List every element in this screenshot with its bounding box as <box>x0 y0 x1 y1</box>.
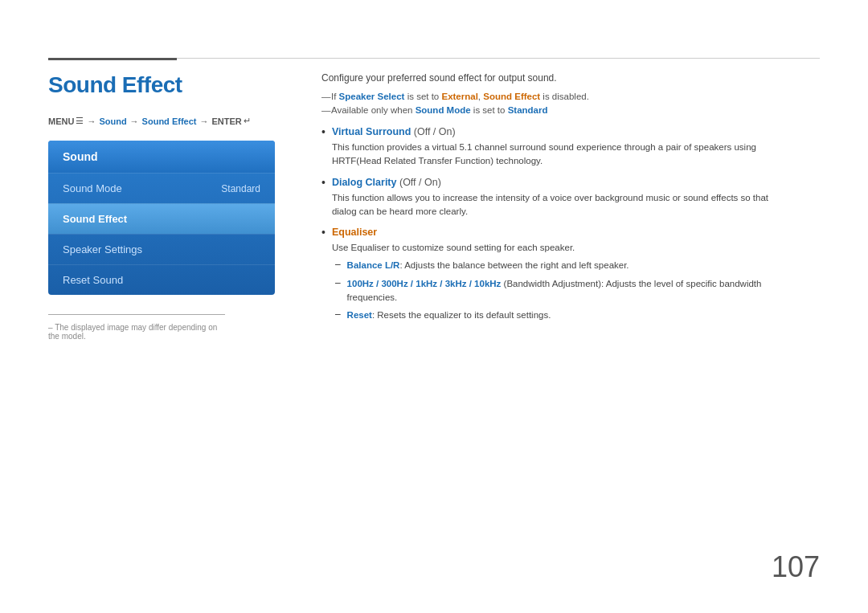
menu-item-speaker-settings-label: Speaker Settings <box>63 243 142 255</box>
sub-text-3: Reset: Resets the equalizer to its defau… <box>347 309 551 322</box>
sub-text-2: 100Hz / 300Hz / 1kHz / 3kHz / 10kHz (Ban… <box>347 277 797 305</box>
menu-panel: Sound Sound Mode Standard Sound Effect S… <box>48 141 275 295</box>
bullet-dot-2: • <box>321 176 326 189</box>
bullet-content-1: Virtual Surround (Off / On) This functio… <box>332 126 820 169</box>
bullet-title-1: Virtual Surround (Off / On) <box>332 126 820 137</box>
balance-term: Balance L/R <box>347 260 400 270</box>
menu-item-speaker-settings[interactable]: Speaker Settings <box>48 234 275 264</box>
bullet-dot-3: • <box>321 226 326 239</box>
left-column: Sound Effect MENU ☰ → Sound → Sound Effe… <box>48 72 289 341</box>
virtual-surround-paren: (Off / On) <box>414 126 456 137</box>
menu-item-reset-sound[interactable]: Reset Sound <box>48 264 275 295</box>
footnote-area: – The displayed image may differ dependi… <box>48 314 225 341</box>
sub-dash-1: – <box>335 259 341 270</box>
bullet-equaliser: • Equaliser Use Equaliser to customize s… <box>321 227 820 322</box>
breadcrumb-enter-icon: ↵ <box>244 116 251 126</box>
breadcrumb: MENU ☰ → Sound → Sound Effect → ENTER ↵ <box>48 116 289 126</box>
bullet-title-2: Dialog Clarity (Off / On) <box>332 177 820 188</box>
page-container: Sound Effect MENU ☰ → Sound → Sound Effe… <box>0 0 868 613</box>
bullet-desc-3: Use Equaliser to customize sound setting… <box>332 241 782 255</box>
sub-bullet-reset: – Reset: Resets the equalizer to its def… <box>332 309 820 322</box>
right-column: Configure your preferred sound effect fo… <box>321 72 820 341</box>
reset-term: Reset <box>347 310 372 320</box>
left-accent <box>48 58 177 60</box>
dialog-clarity-term: Dialog Clarity <box>332 177 397 188</box>
menu-item-reset-sound-label: Reset Sound <box>63 274 123 286</box>
sound-effect-term: Sound Effect <box>483 92 540 101</box>
bullet-dot-1: • <box>321 125 326 138</box>
bullet-virtual-surround: • Virtual Surround (Off / On) This funct… <box>321 126 820 169</box>
breadcrumb-arrow3: → <box>199 116 208 126</box>
bullet-content-2: Dialog Clarity (Off / On) This function … <box>332 177 820 219</box>
menu-panel-title: Sound <box>48 141 275 173</box>
bullet-desc-1: This function provides a virtual 5.1 cha… <box>332 141 782 169</box>
bandwidth-term: 100Hz / 300Hz / 1kHz / 3kHz / 10kHz <box>347 279 502 288</box>
breadcrumb-arrow1: → <box>87 116 96 126</box>
equaliser-inline-term: Equaliser <box>351 243 390 252</box>
intro-text: Configure your preferred sound effect fo… <box>321 72 820 84</box>
sub-dash-2: – <box>335 277 341 288</box>
sub-text-1: Balance L/R: Adjusts the balance between… <box>347 259 629 272</box>
note-line-2: Available only when Sound Mode is set to… <box>321 105 820 115</box>
menu-item-sound-effect[interactable]: Sound Effect <box>48 203 275 234</box>
sub-bullet-balance: – Balance L/R: Adjusts the balance betwe… <box>332 259 820 272</box>
menu-item-sound-mode-value: Standard <box>221 183 260 194</box>
sub-dash-3: – <box>335 309 341 320</box>
virtual-surround-term: Virtual Surround <box>332 126 411 137</box>
breadcrumb-menu: MENU <box>48 116 74 126</box>
page-number: 107 <box>772 550 820 584</box>
page-title: Sound Effect <box>48 72 289 98</box>
external-term: External <box>441 92 477 101</box>
note-line-1: If Speaker Select is set to External, So… <box>321 92 820 101</box>
bullet-dialog-clarity: • Dialog Clarity (Off / On) This functio… <box>321 177 820 219</box>
speaker-select-term: Speaker Select <box>339 92 405 101</box>
bullet-desc-2: This function allows you to increase the… <box>332 191 782 219</box>
menu-item-sound-mode-label: Sound Mode <box>63 182 122 194</box>
footnote-text: – The displayed image may differ dependi… <box>48 323 225 341</box>
menu-item-sound-mode[interactable]: Sound Mode Standard <box>48 173 275 203</box>
bullet-title-3: Equaliser <box>332 227 820 238</box>
dialog-clarity-paren: (Off / On) <box>399 177 441 188</box>
breadcrumb-enter: ENTER <box>211 116 241 126</box>
breadcrumb-arrow2: → <box>130 116 139 126</box>
bullet-content-3: Equaliser Use Equaliser to customize sou… <box>332 227 820 322</box>
bullet-section: • Virtual Surround (Off / On) This funct… <box>321 126 820 322</box>
sub-bullet-bandwidth: – 100Hz / 300Hz / 1kHz / 3kHz / 10kHz (B… <box>332 277 820 305</box>
breadcrumb-sound: Sound <box>99 116 126 126</box>
content-wrapper: Sound Effect MENU ☰ → Sound → Sound Effe… <box>48 72 820 341</box>
standard-term: Standard <box>508 105 548 115</box>
breadcrumb-menu-icon: ☰ <box>76 116 84 126</box>
menu-item-sound-effect-label: Sound Effect <box>63 213 127 225</box>
sound-mode-term: Sound Mode <box>416 105 471 115</box>
equaliser-term: Equaliser <box>332 227 377 238</box>
breadcrumb-effect: Sound Effect <box>142 116 197 126</box>
